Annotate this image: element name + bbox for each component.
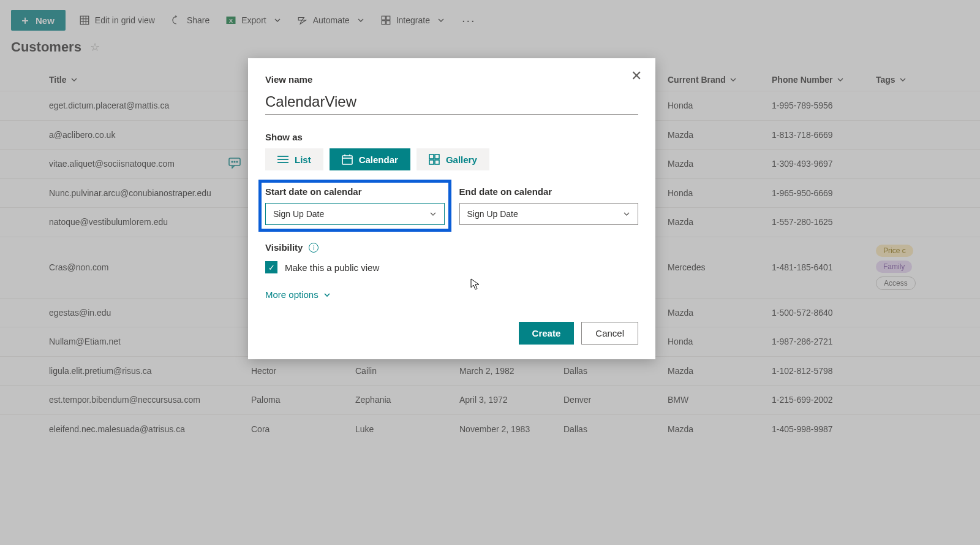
show-as-list-button[interactable]: List — [265, 148, 323, 170]
gallery-icon — [429, 154, 440, 165]
calendar-icon — [342, 154, 353, 165]
svg-rect-24 — [429, 160, 434, 164]
show-as-list-label: List — [295, 154, 311, 165]
create-button[interactable]: Create — [519, 322, 575, 345]
date-fields-row: Start date on calendar Sign Up Date End … — [265, 186, 638, 225]
view-name-input[interactable] — [265, 91, 638, 115]
view-name-label: View name — [265, 74, 638, 85]
start-date-column: Start date on calendar Sign Up Date — [265, 186, 445, 225]
svg-rect-25 — [435, 160, 439, 164]
start-date-value: Sign Up Date — [273, 209, 324, 219]
svg-rect-18 — [342, 156, 352, 164]
visibility-label-row: Visibility i — [265, 242, 638, 253]
end-date-column: End date on calendar Sign Up Date — [459, 186, 639, 225]
show-as-gallery-label: Gallery — [446, 154, 477, 165]
public-view-row: ✓ Make this a public view — [265, 261, 638, 273]
end-date-label: End date on calendar — [459, 186, 639, 197]
show-as-label: Show as — [265, 132, 638, 142]
cancel-button[interactable]: Cancel — [581, 322, 638, 345]
list-icon — [277, 155, 288, 164]
start-date-highlight: Start date on calendar Sign Up Date — [258, 180, 451, 232]
visibility-label: Visibility — [265, 242, 303, 253]
create-view-dialog: ✕ View name Show as List Calendar Galler… — [248, 58, 655, 359]
info-icon[interactable]: i — [309, 243, 318, 253]
more-options-toggle[interactable]: More options — [265, 289, 331, 300]
more-options-label: More options — [265, 289, 318, 300]
svg-rect-22 — [429, 154, 434, 159]
chevron-down-icon — [623, 210, 630, 218]
show-as-gallery-button[interactable]: Gallery — [417, 148, 489, 170]
show-as-calendar-label: Calendar — [359, 154, 398, 165]
end-date-select[interactable]: Sign Up Date — [459, 203, 639, 225]
public-view-checkbox[interactable]: ✓ — [265, 261, 277, 273]
public-view-label: Make this a public view — [285, 262, 379, 273]
modal-actions: Create Cancel — [265, 322, 638, 345]
start-date-label: Start date on calendar — [265, 186, 445, 197]
close-button[interactable]: ✕ — [631, 69, 642, 83]
chevron-down-icon — [429, 210, 437, 218]
start-date-select[interactable]: Sign Up Date — [265, 203, 445, 225]
svg-rect-23 — [435, 154, 439, 159]
show-as-options: List Calendar Gallery — [265, 148, 638, 170]
chevron-down-icon — [323, 291, 331, 299]
show-as-calendar-button[interactable]: Calendar — [330, 148, 410, 170]
end-date-value: Sign Up Date — [467, 209, 518, 219]
